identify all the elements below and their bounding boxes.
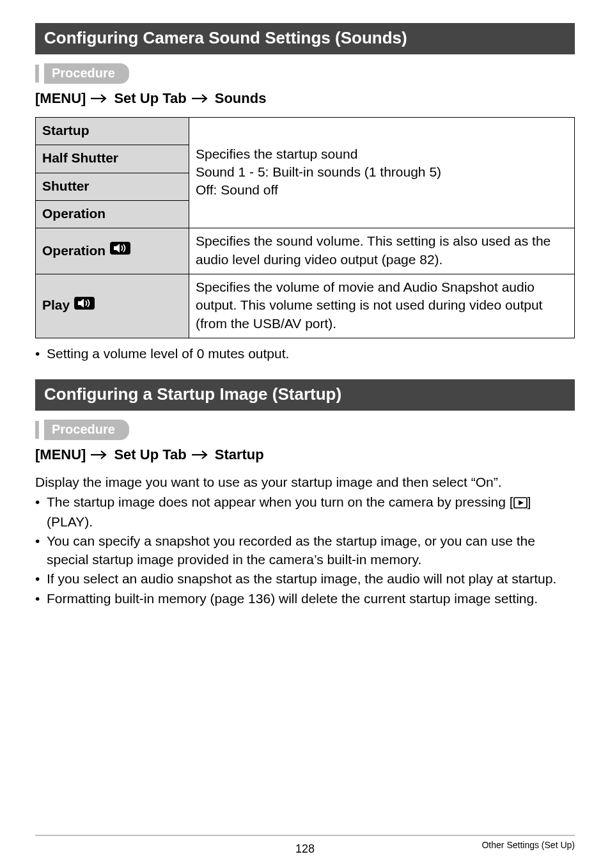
intro-text: Display the image you want to use as you… xyxy=(35,473,575,491)
bullet-dot: • xyxy=(35,590,47,608)
bullet-dot: • xyxy=(35,493,47,532)
svg-rect-4 xyxy=(74,297,95,310)
menu-path-part: [MENU] xyxy=(35,446,86,463)
bullet-text: You can specify a snapshot you recorded … xyxy=(47,532,575,569)
bullet-text: If you select an audio snapshot as the s… xyxy=(47,570,556,588)
label-text: Operation xyxy=(42,242,106,260)
procedure-tag-row: Procedure xyxy=(35,420,575,440)
table-header-startup: Startup xyxy=(36,118,189,145)
svg-rect-2 xyxy=(110,242,130,255)
page-footer: 128 Other Settings (Set Up) xyxy=(35,835,575,850)
menu-path-part: Sounds xyxy=(215,90,267,107)
volume-icon xyxy=(74,296,95,315)
table-header-half-shutter: Half Shutter xyxy=(36,145,189,173)
bullet-dot: • xyxy=(35,570,47,588)
list-item: • If you select an audio snapshot as the… xyxy=(35,570,575,588)
list-item: • Formatting built-in memory (page 136) … xyxy=(35,590,575,608)
table-cell-play-volume-desc: Specifies the volume of movie and Audio … xyxy=(189,274,575,338)
note-text: Setting a volume level of 0 mutes output… xyxy=(47,345,289,363)
menu-path-startup: [MENU] Set Up Tab Startup xyxy=(35,446,575,463)
bullet-text: The startup image does not appear when y… xyxy=(47,493,575,532)
table-row: Play Specifies the volume of movie and A… xyxy=(36,274,575,338)
list-item: • Setting a volume level of 0 mutes outp… xyxy=(35,345,575,363)
page-content: Configuring Camera Sound Settings (Sound… xyxy=(0,0,610,608)
notes-list: • Setting a volume level of 0 mutes outp… xyxy=(35,345,575,363)
arrow-right-icon xyxy=(91,90,109,107)
volume-icon xyxy=(109,241,131,260)
table-row: Operation Specifies the sound volume. Th… xyxy=(36,228,575,274)
menu-path-sounds: [MENU] Set Up Tab Sounds xyxy=(35,90,575,107)
arrow-right-icon xyxy=(192,90,210,107)
section-heading-startup: Configuring a Startup Image (Startup) xyxy=(35,379,575,411)
list-item: • You can specify a snapshot you recorde… xyxy=(35,532,575,569)
table-header-shutter: Shutter xyxy=(36,173,189,200)
procedure-tag-row: Procedure xyxy=(35,63,575,84)
sounds-settings-table: Startup Specifies the startup sound Soun… xyxy=(35,117,575,338)
table-header-operation: Operation xyxy=(36,201,189,228)
table-header-play-volume: Play xyxy=(36,274,189,338)
svg-marker-9 xyxy=(519,500,524,505)
procedure-accent-bar xyxy=(35,421,39,439)
body-bullet-list: • The startup image does not appear when… xyxy=(35,493,575,608)
desc-line: Specifies the startup sound xyxy=(196,145,568,163)
footer-section-label: Other Settings (Set Up) xyxy=(481,840,575,850)
text-pre: The startup image does not appear when y… xyxy=(47,494,513,509)
table-header-operation-volume: Operation xyxy=(36,228,189,274)
menu-path-part: Set Up Tab xyxy=(114,90,186,107)
menu-path-part: [MENU] xyxy=(35,90,86,107)
menu-path-part: Startup xyxy=(215,446,264,463)
desc-line: Sound 1 - 5: Built-in sounds (1 through … xyxy=(196,163,568,181)
arrow-right-icon xyxy=(91,446,109,463)
play-button-icon xyxy=(513,495,528,513)
procedure-tag: Procedure xyxy=(44,63,129,84)
label-text: Play xyxy=(42,296,70,314)
procedure-tag: Procedure xyxy=(44,420,129,440)
list-item: • The startup image does not appear when… xyxy=(35,493,575,532)
menu-path-part: Set Up Tab xyxy=(114,446,186,463)
desc-line: Off: Sound off xyxy=(196,181,568,199)
table-cell-operation-volume-desc: Specifies the sound volume. This setting… xyxy=(189,228,575,274)
section-heading-sounds: Configuring Camera Sound Settings (Sound… xyxy=(35,23,575,54)
table-row: Startup Specifies the startup sound Soun… xyxy=(36,118,575,145)
arrow-right-icon xyxy=(192,446,210,463)
table-cell-group1-desc: Specifies the startup sound Sound 1 - 5:… xyxy=(189,118,575,228)
procedure-accent-bar xyxy=(35,65,39,83)
bullet-dot: • xyxy=(35,345,47,363)
bullet-dot: • xyxy=(35,532,47,569)
bullet-text: Formatting built-in memory (page 136) wi… xyxy=(47,590,538,608)
